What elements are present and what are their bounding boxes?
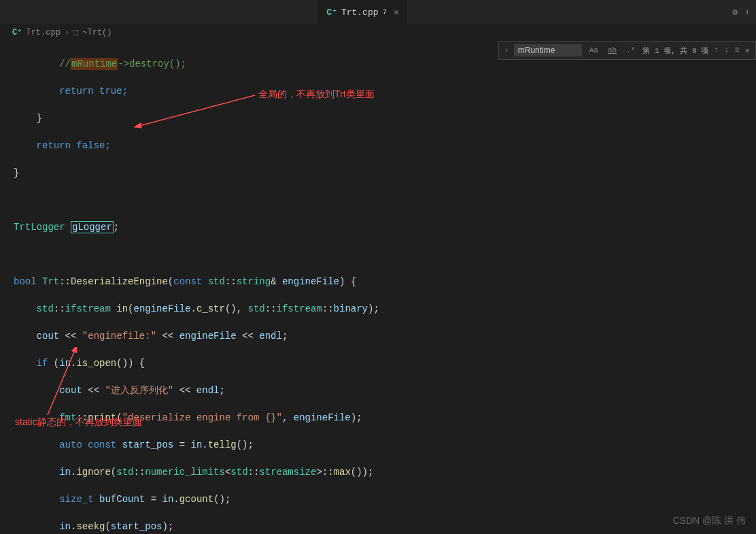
breadcrumb-symbol[interactable]: ~Trt(): [82, 28, 111, 37]
expand-replace-icon[interactable]: ›: [504, 47, 509, 54]
tab-bar: C⁺ Trt.cpp 7 ✕ ⚙ ⫞: [0, 0, 756, 24]
match-case-toggle[interactable]: Aa: [587, 46, 600, 55]
search-result-count: 第 1 项, 共 8 项: [642, 46, 708, 56]
cpp-file-icon: C⁺: [12, 27, 22, 37]
regex-toggle[interactable]: .*: [624, 46, 637, 55]
breadcrumb-bar[interactable]: C⁺ Trt.cpp › ⬚ ~Trt(): [0, 24, 756, 41]
next-match-icon[interactable]: ↓: [724, 46, 729, 55]
find-in-selection-icon[interactable]: ≡: [735, 46, 740, 55]
code-editor[interactable]: //mRuntime->destroy(); return true; } re…: [0, 41, 756, 534]
tab-filename: Trt.cpp: [341, 7, 379, 18]
breadcrumb-file[interactable]: Trt.cpp: [26, 28, 60, 37]
prev-match-icon[interactable]: ↑: [714, 46, 719, 55]
cpp-file-icon: C⁺: [326, 7, 337, 18]
find-panel: › Aa ab .* 第 1 项, 共 8 项 ↑ ↓ ≡ ✕: [498, 41, 756, 60]
close-find-icon[interactable]: ✕: [745, 46, 750, 56]
cube-icon: ⬚: [73, 27, 78, 37]
tab-close-icon[interactable]: ✕: [394, 7, 399, 18]
split-editor-icon[interactable]: ⫞: [744, 7, 749, 18]
editor-tab-trt-cpp[interactable]: C⁺ Trt.cpp 7 ✕: [318, 0, 407, 24]
settings-icon[interactable]: ⚙: [732, 7, 738, 18]
whole-word-toggle[interactable]: ab: [606, 46, 619, 55]
breadcrumb-separator: ›: [65, 28, 69, 37]
editor-actions: ⚙ ⫞: [725, 7, 756, 18]
tab-modified-badge: 7: [383, 8, 388, 16]
search-input[interactable]: [514, 44, 582, 56]
